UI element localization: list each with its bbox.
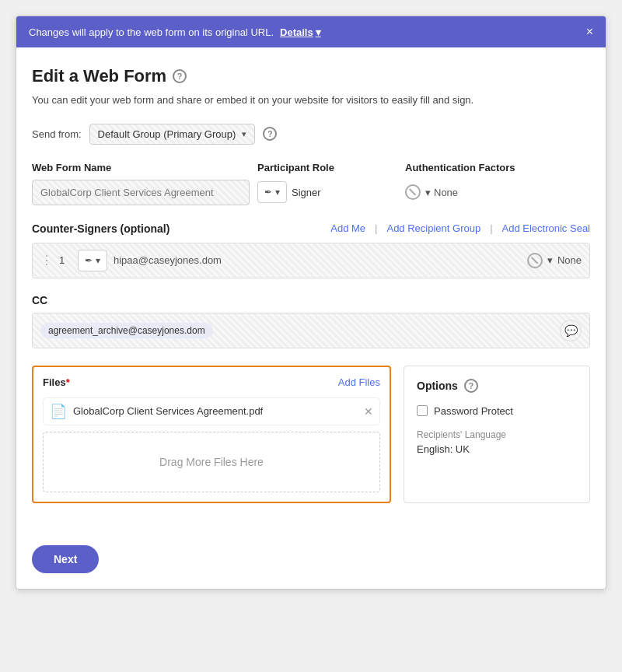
page-container: Changes will apply to the web form on it… <box>16 16 606 590</box>
webform-row: GlobalCorp Client Services Agreement ✒ ▾… <box>32 180 590 205</box>
block-icon <box>405 184 421 200</box>
banner-details-link[interactable]: Details ▾ <box>280 26 321 38</box>
pdf-icon: 📄 <box>50 403 67 420</box>
next-button[interactable]: Next <box>32 545 99 573</box>
counter-signer-number: 1 <box>59 254 72 266</box>
files-section: Files* Add Files 📄 GlobalCorp Client Ser… <box>32 366 391 503</box>
page-subtitle: You can edit your web form and share or … <box>32 93 590 108</box>
banner-close-button[interactable]: × <box>586 26 593 38</box>
counter-signer-auth: ▾ None <box>527 253 582 268</box>
auth-dropdown[interactable]: ▾ None <box>425 187 458 198</box>
password-protect-checkbox[interactable] <box>417 405 428 416</box>
drag-handle-icon[interactable]: ⋮ <box>40 253 53 268</box>
chat-icon[interactable]: 💬 <box>560 320 582 341</box>
counter-signer-chevron-icon: ▾ <box>96 255 100 266</box>
bottom-columns: Files* Add Files 📄 GlobalCorp Client Ser… <box>32 366 590 503</box>
send-from-value: Default Group (Primary Group) <box>98 128 236 140</box>
file-remove-button[interactable]: ✕ <box>364 405 373 418</box>
counter-signer-row: ⋮ 1 ✒ ▾ hipaa@caseyjones.dom ▾ None <box>32 243 590 278</box>
files-header: Files* Add Files <box>43 376 380 388</box>
main-content: Edit a Web Form ? You can edit your web … <box>16 47 606 537</box>
role-text: Signer <box>292 187 321 198</box>
password-row: Password Protect <box>417 405 577 417</box>
cc-email: agreement_archive@caseyjones.dom <box>48 325 205 336</box>
pen-icon: ✒ <box>264 187 272 198</box>
options-title: Options <box>417 380 458 392</box>
chevron-down-icon: ▾ <box>316 26 321 38</box>
options-section: Options ? Password Protect Recipients' L… <box>404 366 590 503</box>
files-label: Files* <box>43 376 70 388</box>
counter-signer-pen-icon: ✒ <box>85 255 93 266</box>
role-icon-button[interactable]: ✒ ▾ <box>257 181 287 203</box>
send-from-row: Send from: Default Group (Primary Group)… <box>32 124 590 145</box>
page-title-row: Edit a Web Form ? <box>32 66 590 86</box>
add-recipient-group-link[interactable]: Add Recipient Group <box>386 222 480 234</box>
send-from-chevron-icon: ▾ <box>242 129 246 139</box>
recipients-language-label: Recipients' Language <box>417 429 577 440</box>
language-value: English: UK <box>417 443 577 455</box>
webform-name-input[interactable]: GlobalCorp Client Services Agreement <box>32 180 250 205</box>
participant-role-cell: ✒ ▾ Signer <box>257 181 397 203</box>
auth-chevron-icon: ▾ <box>425 187 431 198</box>
file-name: GlobalCorp Client Services Agreement.pdf <box>73 405 358 417</box>
banner-message: Changes will apply to the web form on it… <box>29 26 274 38</box>
separator-1: | <box>375 222 377 234</box>
col-header-webform-name: Web Form Name <box>32 162 250 173</box>
add-me-link[interactable]: Add Me <box>330 222 365 234</box>
add-electronic-seal-link[interactable]: Add Electronic Seal <box>502 222 590 234</box>
files-required-marker: * <box>66 376 70 388</box>
counter-signer-auth-none: None <box>557 254 582 266</box>
columns-header: Web Form Name Participant Role Authentic… <box>32 162 590 173</box>
drag-zone[interactable]: Drag More Files Here <box>43 432 380 492</box>
password-protect-label: Password Protect <box>434 405 513 417</box>
cc-email-tag[interactable]: agreement_archive@caseyjones.dom <box>40 323 213 338</box>
banner-text: Changes will apply to the web form on it… <box>29 26 321 38</box>
send-from-dropdown[interactable]: Default Group (Primary Group) ▾ <box>89 124 256 145</box>
banner: Changes will apply to the web form on it… <box>16 16 606 47</box>
cc-row: agreement_archive@caseyjones.dom 💬 <box>32 313 590 348</box>
counter-signer-auth-chevron-icon: ▾ <box>547 254 553 266</box>
counter-signers-actions: Add Me | Add Recipient Group | Add Elect… <box>330 222 590 234</box>
options-header-row: Options ? <box>417 379 577 393</box>
col-header-participant-role: Participant Role <box>257 162 397 173</box>
send-from-help-icon[interactable]: ? <box>263 127 277 141</box>
counter-signer-role-button[interactable]: ✒ ▾ <box>78 250 107 271</box>
file-item: 📄 GlobalCorp Client Services Agreement.p… <box>43 397 380 425</box>
send-from-label: Send from: <box>32 128 82 140</box>
page-title: Edit a Web Form <box>32 66 166 86</box>
footer-row: Next <box>16 537 606 589</box>
cc-label: CC <box>32 294 590 306</box>
counter-signer-block-icon <box>527 253 543 268</box>
help-icon[interactable]: ? <box>173 69 187 83</box>
counter-signer-email[interactable]: hipaa@caseyjones.dom <box>114 254 521 266</box>
auth-none-label: None <box>434 187 458 198</box>
add-files-link[interactable]: Add Files <box>338 376 380 388</box>
counter-signers-header: Counter-Signers (optional) Add Me | Add … <box>32 222 590 235</box>
options-help-icon[interactable]: ? <box>464 379 478 393</box>
counter-signers-title: Counter-Signers (optional) <box>32 222 169 235</box>
auth-factors-cell: ▾ None <box>405 184 590 200</box>
separator-2: | <box>490 222 492 234</box>
col-header-auth-factors: Authentication Factors <box>405 162 590 173</box>
role-dropdown-chevron-icon: ▾ <box>275 187 280 198</box>
